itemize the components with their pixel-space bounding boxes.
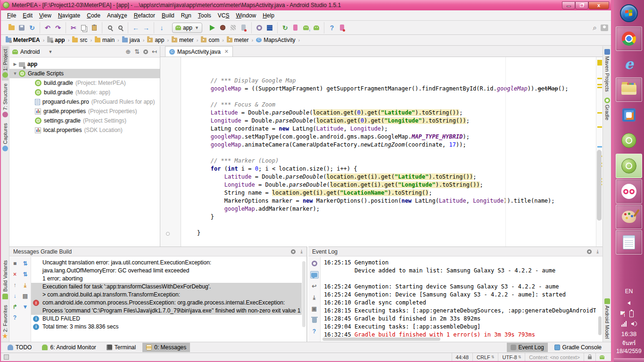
breadcrumb-app[interactable]: app — [46, 37, 66, 43]
menu-help[interactable]: Help — [259, 11, 278, 20]
paste-icon[interactable] — [90, 23, 99, 33]
balloon-icon[interactable] — [310, 271, 319, 279]
attach-icon[interactable] — [239, 23, 248, 33]
taskbar-android-studio-button[interactable] — [616, 128, 642, 153]
line-separator[interactable]: CRLF⇅ — [472, 353, 498, 361]
clock[interactable]: 16:38 — [621, 330, 637, 337]
taskbar-ie-button[interactable]: e — [616, 52, 642, 76]
volume-icon[interactable] — [631, 321, 637, 326]
editor-scrollbar-thumb[interactable] — [597, 150, 602, 221]
stripe-tab-gradle[interactable]: Gradle — [604, 95, 611, 123]
fold-marker-icon[interactable] — [166, 232, 170, 236]
open-icon[interactable] — [7, 23, 16, 33]
menu-file[interactable]: File — [4, 11, 19, 20]
forward-icon[interactable]: → — [141, 23, 151, 33]
tree-item-build-gradle[interactable]: build.gradle(Module: app) — [9, 88, 160, 97]
stripe-tab-build-variants[interactable]: Build Variants — [2, 257, 8, 302]
menu-vcs[interactable]: VCS — [215, 11, 233, 20]
stripe-tab-7-structure[interactable]: 7: Structure — [2, 81, 8, 120]
scroll-end-icon[interactable]: ⤓ — [310, 294, 319, 301]
messages-scrollbar[interactable] — [302, 261, 305, 327]
tool-window-toggle-icon[interactable] — [4, 354, 9, 360]
coverage-icon[interactable] — [229, 23, 238, 33]
sync-gradle-icon[interactable]: ↻ — [281, 23, 290, 33]
stripe-tab-1-project[interactable]: 1: Project — [2, 46, 8, 81]
breadcrumb-main[interactable]: main — [94, 37, 116, 43]
menu-view[interactable]: View — [36, 11, 55, 20]
back-icon[interactable]: ← — [131, 23, 140, 33]
action-center-icon[interactable]: ✕ — [624, 311, 625, 317]
replace-icon[interactable] — [116, 23, 125, 33]
taskbar-chrome-button[interactable] — [616, 26, 642, 51]
collapse-all-icon[interactable]: ⇅ — [21, 271, 30, 278]
message-entry[interactable]: iBUILD FAILED — [31, 315, 302, 323]
preview-icon[interactable]: ▤ — [21, 292, 30, 300]
menu-code[interactable]: Code — [83, 11, 104, 20]
event-log-vscrollbar[interactable] — [598, 316, 602, 335]
minimize-button[interactable] — [562, 1, 575, 9]
sdk-manager-icon[interactable] — [301, 23, 311, 33]
export-icon[interactable]: ⤓ — [21, 281, 30, 289]
breadcrumb-mapsactivity[interactable]: MapsActivity — [255, 37, 296, 43]
breadcrumb-com[interactable]: com — [200, 37, 220, 43]
stop-icon[interactable]: ■ — [11, 260, 19, 267]
down-icon[interactable]: ↓ — [11, 292, 19, 300]
taskbar-genymotion-button[interactable] — [616, 179, 642, 204]
menu-tools[interactable]: Tools — [195, 11, 215, 20]
messages-content[interactable]: Uncaught translation error: java.util.co… — [31, 257, 302, 342]
tab-gradle-console[interactable]: Gradle Console — [551, 343, 605, 352]
hide-panel-icon[interactable]: ↤ — [152, 48, 157, 55]
menu-edit[interactable]: Edit — [19, 11, 36, 20]
tree-item-app[interactable]: ▶app — [9, 59, 160, 69]
breadcrumb-meter[interactable]: meter — [171, 37, 195, 43]
jump-icon[interactable]: ↱ — [11, 303, 19, 311]
gear-icon[interactable] — [143, 49, 148, 54]
error-stripe-mark[interactable] — [597, 126, 602, 128]
show-desktop-button[interactable] — [614, 358, 644, 362]
tree-item-local-properties[interactable]: local.properties(SDK Location) — [9, 125, 160, 135]
message-entry[interactable]: iTotal time: 3 mins 38.836 secs — [31, 323, 302, 331]
cut-icon[interactable]: ✂ — [69, 23, 78, 33]
stripe-tab-2-favorites[interactable]: 2: Favorites — [2, 302, 8, 342]
breadcrumb-meterpea[interactable]: MeterPEA — [5, 37, 41, 43]
menu-build[interactable]: Build — [158, 11, 178, 20]
undo-icon[interactable]: ↶ — [43, 23, 52, 33]
help-icon[interactable]: ? — [310, 328, 319, 335]
soft-wrap-icon[interactable]: ↩ — [310, 282, 319, 290]
close-icon[interactable]: × — [11, 271, 19, 278]
titlebar[interactable]: MeterPEA - [F:\Project12-03\MeterPEA] - … — [1, 0, 611, 10]
code-area[interactable]: // *** Display Google Map googleMap = ((… — [182, 57, 591, 247]
settings-icon[interactable] — [310, 260, 319, 267]
hide-panel-icon[interactable]: ⤓ — [596, 248, 599, 255]
tab-6-android-monitor[interactable]: 6: Android Monitor — [38, 343, 99, 352]
stripe-tab-captures[interactable]: Captures — [2, 120, 8, 154]
tree-item-proguard-rules-pro[interactable]: proguard-rules.pro(ProGuard Rules for ap… — [9, 97, 160, 107]
menu-navigate[interactable]: Navigate — [55, 11, 83, 20]
tab-0-messages[interactable]: 0: Messages — [142, 343, 190, 352]
close-tab-icon[interactable]: ✕ — [224, 49, 229, 55]
clear-all-icon[interactable] — [310, 316, 319, 324]
date[interactable]: 18/4/2559 — [616, 348, 641, 354]
error-stripe-mark[interactable] — [597, 87, 602, 88]
avd-manager-icon[interactable] — [312, 23, 321, 33]
weekday[interactable]: จันทร์ — [622, 338, 636, 347]
tree-arrow-icon[interactable]: ▼ — [12, 71, 18, 76]
taskbar-explorer-button[interactable] — [616, 77, 642, 102]
error-stripe-mark[interactable] — [597, 146, 602, 148]
tab-mapsactivity[interactable]: C MapsActivity.java ✕ — [165, 46, 233, 57]
find-icon[interactable] — [105, 23, 115, 33]
tree-item-gradle-scripts[interactable]: ▼Gradle Scripts — [9, 69, 160, 78]
tree-item-gradle-properties[interactable]: gradle.properties(Project Properties) — [9, 107, 160, 116]
search-everywhere-icon[interactable]: ⌕ — [593, 24, 597, 32]
tab-event-log[interactable]: Event Log — [507, 343, 548, 352]
network-icon[interactable] — [621, 321, 627, 327]
chevron-down-icon[interactable]: ▼ — [48, 49, 52, 54]
gear-icon[interactable] — [587, 249, 592, 254]
tree-item-build-gradle[interactable]: build.gradle(Project: MeterPEA) — [9, 78, 160, 88]
help-icon[interactable]: ? — [11, 314, 19, 321]
lock-icon[interactable] — [584, 353, 595, 361]
taskbar-android-studio-button[interactable] — [616, 154, 642, 178]
taskbar-start-button[interactable] — [616, 1, 642, 25]
tree-item-settings-gradle[interactable]: settings.gradle(Project Settings) — [9, 116, 160, 125]
taskbar-paint-button[interactable] — [616, 205, 642, 229]
